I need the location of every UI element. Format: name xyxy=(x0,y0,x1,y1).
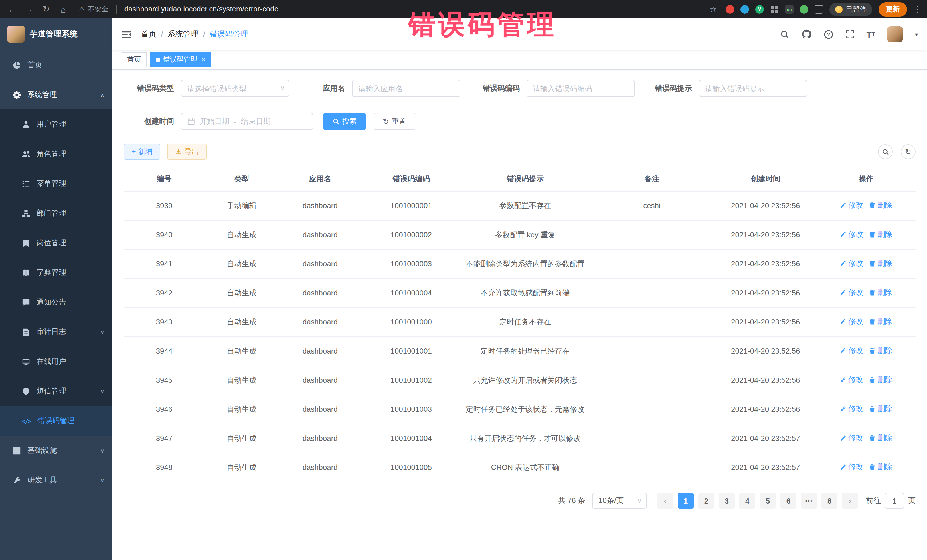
delete-link[interactable]: 删除 xyxy=(869,258,892,269)
sidebar-item-notices[interactable]: 通知公告 xyxy=(0,287,112,317)
edit-link[interactable]: 修改 xyxy=(840,287,863,298)
delete-link[interactable]: 删除 xyxy=(869,317,892,327)
browser-update-button[interactable]: 更新 xyxy=(878,2,907,16)
trash-icon xyxy=(869,202,876,209)
tag-close-icon[interactable]: × xyxy=(201,56,205,63)
edit-link[interactable]: 修改 xyxy=(840,229,863,240)
prev-page-button[interactable]: ‹ xyxy=(657,493,673,509)
goto-page-input[interactable] xyxy=(885,493,904,509)
date-range-picker[interactable]: 开始日期 - 结束日期 xyxy=(181,113,313,130)
extension-icon-grid[interactable] xyxy=(770,5,779,14)
edit-link[interactable]: 修改 xyxy=(840,404,863,414)
error-type-select-input[interactable] xyxy=(181,80,289,97)
delete-link[interactable]: 删除 xyxy=(869,200,892,211)
gear-icon xyxy=(12,90,21,99)
help-icon[interactable]: ? xyxy=(824,29,833,39)
page-button-3[interactable]: 3 xyxy=(719,493,735,509)
sidebar-item-users[interactable]: 用户管理 xyxy=(0,109,112,139)
sidebar-toggle-icon[interactable] xyxy=(122,30,132,38)
sidebar-item-home[interactable]: 首页 xyxy=(0,50,112,80)
sidebar-item-system[interactable]: 系统管理 ∧ xyxy=(0,80,112,109)
edit-link[interactable]: 修改 xyxy=(840,433,863,443)
extension-icon-red[interactable] xyxy=(726,5,734,14)
page-button-1[interactable]: 1 xyxy=(678,493,694,509)
page-size-select[interactable]: 10条/页 ∨ xyxy=(592,493,647,509)
add-button[interactable]: + 新增 xyxy=(124,144,161,160)
sidebar-item-devtools[interactable]: 研发工具 ∨ xyxy=(0,465,112,495)
extensions-puzzle-icon[interactable] xyxy=(815,5,823,14)
tag-home[interactable]: 首页 xyxy=(122,52,147,67)
delete-link[interactable]: 删除 xyxy=(869,346,892,356)
extension-icon-badge[interactable]: on xyxy=(785,5,793,14)
page-button-4[interactable]: 4 xyxy=(739,493,755,509)
reload-icon[interactable]: ↻ xyxy=(40,3,53,15)
breadcrumb-system[interactable]: 系统管理 xyxy=(168,29,199,39)
extension-icon-blue[interactable] xyxy=(740,5,749,14)
page-button-5[interactable]: 5 xyxy=(760,493,776,509)
forward-icon[interactable]: → xyxy=(23,3,35,15)
tag-error-codes[interactable]: 错误码管理 × xyxy=(150,52,211,67)
page-button-6[interactable]: 6 xyxy=(780,493,796,509)
table-row: 3940自动生成 dashboard 1001000002 参数配置 key 重… xyxy=(124,220,916,249)
kebab-menu-icon[interactable]: ⋮ xyxy=(913,5,921,14)
sidebar-logo[interactable]: 芋道管理系统 xyxy=(0,18,112,50)
sidebar-item-menus[interactable]: 菜单管理 xyxy=(0,169,112,199)
search-icon[interactable] xyxy=(780,29,789,39)
delete-link[interactable]: 删除 xyxy=(869,229,892,240)
page-more-button[interactable]: ··· xyxy=(801,493,817,509)
sidebar-item-sms[interactable]: 短信管理 ∨ xyxy=(0,376,112,406)
error-code-input[interactable] xyxy=(527,80,635,97)
delete-link[interactable]: 删除 xyxy=(869,287,892,298)
devtool-wrench-icon xyxy=(12,476,21,484)
error-type-select[interactable]: ∨ xyxy=(181,80,289,97)
sidebar-item-posts[interactable]: 岗位管理 xyxy=(0,228,112,258)
user-avatar[interactable] xyxy=(887,26,903,42)
emoji-face-icon xyxy=(835,5,843,13)
sidebar-item-online-users[interactable]: 在线用户 xyxy=(0,347,112,376)
bookmark-star-icon[interactable]: ☆ xyxy=(707,3,719,15)
page-button-8[interactable]: 8 xyxy=(821,493,837,509)
extension-icon-vue[interactable]: V xyxy=(755,5,764,14)
delete-link[interactable]: 删除 xyxy=(869,404,892,414)
back-icon[interactable]: ← xyxy=(6,3,18,15)
paused-badge[interactable]: 已暂停 xyxy=(830,3,872,16)
next-page-button[interactable]: › xyxy=(842,493,858,509)
address-bar[interactable]: dashboard.yudao.iocoder.cn/system/error-… xyxy=(125,5,278,13)
sidebar-item-audit-log[interactable]: 审计日志 ∨ xyxy=(0,317,112,347)
svg-text:?: ? xyxy=(827,31,830,37)
app-name-input[interactable] xyxy=(352,80,460,97)
sidebar-item-infra[interactable]: 基础设施 ∨ xyxy=(0,436,112,465)
security-indicator[interactable]: ⚠ 不安全 xyxy=(79,4,108,14)
delete-link[interactable]: 删除 xyxy=(869,375,892,385)
fullscreen-icon[interactable] xyxy=(845,30,854,39)
start-date-placeholder[interactable]: 开始日期 xyxy=(200,116,229,127)
home-icon[interactable]: ⌂ xyxy=(57,3,70,15)
export-button[interactable]: 导出 xyxy=(167,144,207,160)
search-button[interactable]: 搜索 xyxy=(324,113,366,130)
sidebar-item-depts[interactable]: 部门管理 xyxy=(0,199,112,228)
sidebar-item-roles[interactable]: 角色管理 xyxy=(0,139,112,169)
edit-link[interactable]: 修改 xyxy=(840,375,863,385)
edit-link[interactable]: 修改 xyxy=(840,200,863,211)
show-search-button[interactable] xyxy=(878,144,893,159)
edit-link[interactable]: 修改 xyxy=(840,317,863,327)
sidebar-item-dicts[interactable]: 字典管理 xyxy=(0,258,112,287)
menu-list-icon xyxy=(22,179,30,188)
breadcrumb-home[interactable]: 首页 xyxy=(141,29,156,39)
github-icon[interactable] xyxy=(801,29,812,39)
avatar-caret-icon[interactable]: ▾ xyxy=(915,31,918,37)
edit-link[interactable]: 修改 xyxy=(840,462,863,472)
refresh-table-button[interactable]: ↻ xyxy=(901,144,916,159)
font-size-icon[interactable]: TT xyxy=(866,30,875,38)
edit-link[interactable]: 修改 xyxy=(840,258,863,269)
sidebar-item-error-codes[interactable]: </> 错误码管理 xyxy=(0,406,112,436)
extension-icon-green[interactable] xyxy=(800,5,808,14)
reset-button[interactable]: ↻ 重置 xyxy=(374,113,415,130)
end-date-placeholder[interactable]: 结束日期 xyxy=(241,116,271,127)
edit-link[interactable]: 修改 xyxy=(840,346,863,356)
filter-label-code: 错误码编码 xyxy=(460,83,520,94)
error-msg-input[interactable] xyxy=(699,80,807,97)
delete-link[interactable]: 删除 xyxy=(869,462,892,472)
delete-link[interactable]: 删除 xyxy=(869,433,892,443)
page-button-2[interactable]: 2 xyxy=(698,493,714,509)
